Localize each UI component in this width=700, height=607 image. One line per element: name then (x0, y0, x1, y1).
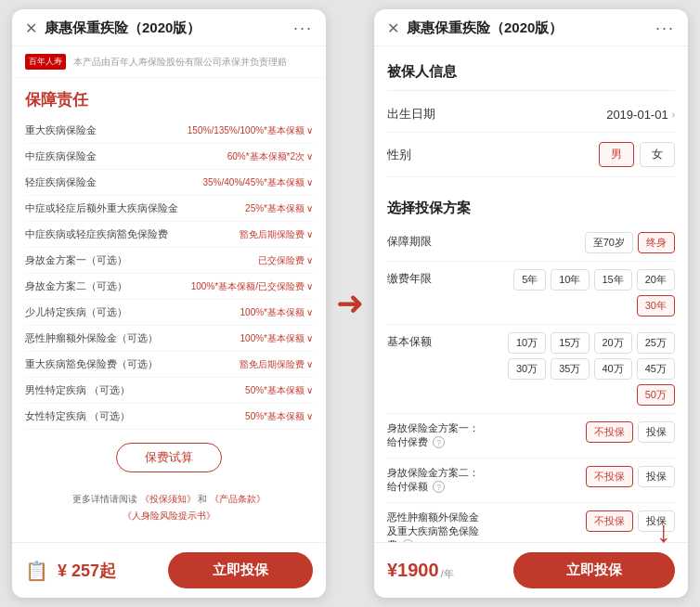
coverage-value: 100%*基本保额/已交保险费 ∨ (191, 280, 313, 293)
panel2: ✕ 康惠保重疾险（2020版） ··· 被保人信息 出生日期 2019-01-0… (374, 9, 688, 598)
coverage-chevron: ∨ (306, 177, 313, 187)
amount-label: 基本保额 (387, 332, 432, 350)
coverage-row[interactable]: 中症疾病保险金 60%*基本保额*2次 ∨ (25, 144, 313, 170)
coverage-chevron: ∨ (306, 385, 313, 395)
bottom-bar-2: ¥1900 /年 立即投保 (374, 542, 688, 598)
price-info-2: ¥1900 /年 (387, 560, 504, 581)
amount-chip-1[interactable]: 15万 (551, 332, 589, 354)
coverage-table: 重大疾病保险金 150%/135%/100%*基本保额 ∨中症疾病保险金 60%… (12, 118, 326, 430)
amount-chip-8[interactable]: 50万 (637, 384, 675, 406)
coverage-value: 35%/40%/45%*基本保额 ∨ (203, 176, 314, 189)
calc-btn[interactable]: 保费试算 (116, 443, 222, 472)
payment-chip-2[interactable]: 15年 (594, 269, 632, 291)
invest-btn-1[interactable]: 立即投保 (168, 552, 314, 588)
death1-btns: 不投保投保 (586, 421, 675, 443)
close-btn-2[interactable]: ✕ (387, 19, 399, 37)
cancer-btn-0[interactable]: 不投保 (586, 510, 633, 532)
coverage-value: 豁免后期保险费 ∨ (240, 358, 313, 371)
period-chip-1[interactable]: 终身 (638, 232, 675, 253)
brand-logo: 百年人寿 (25, 54, 66, 70)
death2-btn-1[interactable]: 投保 (638, 466, 675, 487)
price-main-1: ¥ 257起 (58, 560, 116, 582)
coverage-row[interactable]: 轻症疾病保险金 35%/40%/45%*基本保额 ∨ (25, 170, 313, 196)
coverage-label: 男性特定疾病 （可选） (25, 383, 245, 397)
amount-chip-5[interactable]: 35万 (551, 358, 589, 380)
coverage-chevron: ∨ (306, 151, 313, 161)
coverage-row[interactable]: 中症或轻症后额外重大疾病保险金 25%*基本保额 ∨ (25, 196, 313, 222)
amount-chip-7[interactable]: 45万 (637, 358, 675, 380)
coverage-value: 已交保险费 ∨ (258, 254, 313, 267)
death1-btn-0[interactable]: 不投保 (586, 421, 633, 443)
coverage-row[interactable]: 重大疾病保险金 150%/135%/100%*基本保额 ∨ (25, 118, 313, 144)
death1-help-icon[interactable]: ? (433, 436, 445, 448)
coverage-value: 60%*基本保额*2次 ∨ (227, 150, 313, 163)
period-label: 保障期限 (387, 232, 432, 250)
close-btn-1[interactable]: ✕ (25, 19, 37, 37)
coverage-value: 150%/135%/100%*基本保额 ∨ (188, 124, 313, 137)
coverage-row[interactable]: 男性特定疾病 （可选） 50%*基本保额 ∨ (25, 378, 313, 404)
coverage-row[interactable]: 重大疾病豁免保险费（可选） 豁免后期保险费 ∨ (25, 352, 313, 378)
death2-label: 身故保险金方案二： 给付保额 ? (387, 466, 586, 495)
insured-title: 被保人信息 (387, 56, 675, 91)
coverage-chevron: ∨ (306, 229, 313, 239)
birth-chevron: › (672, 110, 675, 120)
cancer-label: 恶性肿瘤额外保险金 及重大疾病豁免保险 费 ? (387, 510, 586, 542)
coverage-label: 重大疾病豁免保险费（可选） (25, 357, 240, 371)
period-chips: 至70岁终身 (585, 232, 675, 253)
amount-chip-4[interactable]: 30万 (508, 358, 546, 380)
more-btn-2[interactable]: ··· (655, 19, 675, 38)
payment-chip-1[interactable]: 10年 (551, 269, 589, 291)
coverage-chevron: ∨ (306, 255, 313, 265)
death2-btns: 不投保投保 (586, 466, 675, 487)
coverage-row[interactable]: 身故金方案二（可选） 100%*基本保额/已交保险费 ∨ (25, 274, 313, 300)
coverage-label: 中症或轻症后额外重大疾病保险金 (25, 201, 245, 215)
amount-chip-2[interactable]: 20万 (594, 332, 632, 354)
footer-links: 更多详情请阅读 《投保须知》 和 《产品条款》 《人身险风险提示书》 (12, 485, 326, 530)
title-1: 康惠保重疾险（2020版） (45, 19, 201, 37)
title-bar-2: ✕ 康惠保重疾险（2020版） ··· (374, 9, 688, 46)
payment-chip-0[interactable]: 5年 (513, 269, 546, 291)
coverage-row[interactable]: 少儿特定疾病（可选） 100%*基本保额 ∨ (25, 300, 313, 326)
death2-btn-0[interactable]: 不投保 (586, 466, 633, 487)
coverage-row[interactable]: 身故金方案一（可选） 已交保险费 ∨ (25, 248, 313, 274)
gender-btn-女[interactable]: 女 (640, 142, 675, 167)
invest-btn-2[interactable]: 立即投保 (513, 552, 675, 588)
coverage-chevron: ∨ (306, 281, 313, 291)
amount-chip-0[interactable]: 10万 (508, 332, 546, 354)
amount-chip-3[interactable]: 25万 (637, 332, 675, 354)
coverage-value: 100%*基本保额 ∨ (240, 332, 313, 345)
birth-value[interactable]: 2019-01-01 › (606, 108, 675, 122)
bottom-bar-1: 📋 ¥ 257起 立即投保 (12, 542, 326, 598)
coverage-chevron: ∨ (306, 125, 313, 136)
brand-bar: 百年人寿 本产品由百年人寿保险股份有限公司承保并负责理赔 (12, 46, 326, 78)
payment-chip-4[interactable]: 30年 (637, 295, 675, 316)
gender-btn-男[interactable]: 男 (599, 142, 634, 167)
amount-row: 基本保额 10万15万20万25万30万35万40万45万50万 (387, 325, 675, 414)
period-chip-0[interactable]: 至70岁 (585, 232, 633, 253)
title-bar-1: ✕ 康惠保重疾险（2020版） ··· (12, 9, 326, 46)
footer-link-1[interactable]: 《投保须知》 (140, 494, 196, 504)
more-btn-1[interactable]: ··· (293, 19, 313, 38)
death2-help-icon[interactable]: ? (433, 481, 445, 493)
footer-link-3[interactable]: 《人身险风险提示书》 (123, 510, 215, 521)
payment-chips: 5年10年15年20年30年 (489, 269, 675, 316)
death1-row: 身故保险金方案一： 给付保费 ? 不投保投保 (387, 414, 675, 458)
coverage-row[interactable]: 恶性肿瘤额外保险金（可选） 100%*基本保额 ∨ (25, 326, 313, 352)
coverage-chevron: ∨ (306, 307, 313, 317)
payment-chip-3[interactable]: 20年 (637, 269, 675, 291)
footer-link-2[interactable]: 《产品条款》 (210, 494, 266, 504)
birth-row: 出生日期 2019-01-01 › (387, 97, 675, 133)
coverage-chevron: ∨ (306, 333, 313, 343)
coverage-value: 50%*基本保额 ∨ (245, 384, 313, 397)
section-title-1: 保障责任 (12, 78, 326, 118)
scroll-2: 被保人信息 出生日期 2019-01-01 › 性别 男女 选择投保方案 保障期… (374, 46, 688, 542)
price-main-2: ¥1900 (387, 560, 439, 581)
death1-btn-1[interactable]: 投保 (638, 421, 675, 443)
gender-label: 性别 (387, 147, 411, 163)
arrow-icon: ➜ (336, 284, 364, 323)
price-info-1: ¥ 257起 (58, 560, 159, 582)
coverage-row[interactable]: 女性特定疾病 （可选） 50%*基本保额 ∨ (25, 404, 313, 430)
payment-row: 缴费年限 5年10年15年20年30年 (387, 262, 675, 325)
amount-chip-6[interactable]: 40万 (594, 358, 632, 380)
coverage-row[interactable]: 中症疾病或轻症疾病豁免保险费 豁免后期保险费 ∨ (25, 222, 313, 248)
